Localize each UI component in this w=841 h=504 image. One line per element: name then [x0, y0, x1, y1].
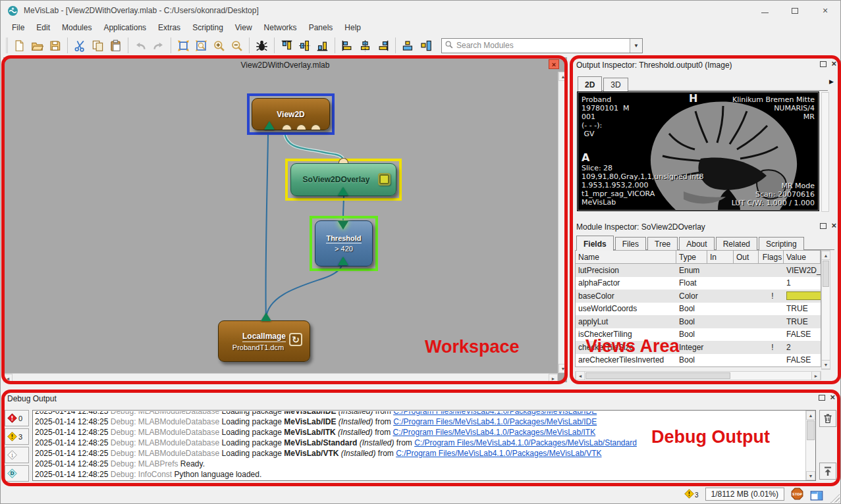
menu-help[interactable]: Help	[339, 22, 367, 34]
menu-view[interactable]: View	[229, 22, 258, 34]
scroll-down-icon[interactable]: ▼	[821, 360, 830, 369]
align-vcenter-button[interactable]	[296, 37, 313, 55]
log-link[interactable]: C:/Program Files/MeVisLab4.1.0/Packages/…	[414, 438, 637, 447]
tab-fields[interactable]: Fields	[576, 236, 614, 251]
close-button[interactable]: ×	[810, 1, 840, 20]
align-left-button[interactable]	[339, 37, 356, 55]
tab-tree[interactable]: Tree	[647, 237, 678, 251]
align-bottom-button[interactable]	[313, 37, 331, 55]
distribute-v-button[interactable]	[417, 37, 435, 55]
tab-files[interactable]: Files	[615, 237, 646, 251]
cut-button[interactable]	[71, 37, 89, 55]
menu-panels[interactable]: Panels	[303, 22, 339, 34]
search-modules-input[interactable]	[456, 41, 630, 50]
tab-related[interactable]: Related	[716, 237, 757, 251]
threshold-input-connector[interactable]	[338, 257, 348, 265]
filter-info-diamond[interactable]: i	[5, 447, 29, 463]
column-header-name[interactable]: Name	[576, 251, 676, 263]
scroll-down-icon[interactable]: ▼	[806, 471, 815, 480]
log-link[interactable]: C:/Program Files/MeVisLab4.1.0/Packages/…	[393, 428, 595, 437]
column-header-in[interactable]: In	[707, 251, 734, 263]
open-button[interactable]	[28, 37, 46, 55]
log-link[interactable]: C:/Program Files/MeVisLab4.1.0/Packages/…	[393, 411, 597, 416]
color-swatch[interactable]	[786, 291, 821, 300]
field-row-lutPrecision[interactable]: lutPrecisionEnumVIEW2D_LUT	[576, 264, 821, 277]
localimage-reload-button[interactable]: ↻	[289, 333, 302, 346]
column-header-out[interactable]: Out	[734, 251, 759, 263]
scroll-up-icon[interactable]: ▲	[806, 411, 815, 420]
tab-about[interactable]: About	[679, 237, 714, 251]
output-inspector-float-icon[interactable]	[820, 61, 827, 67]
output-inspector-close-icon[interactable]: ×	[831, 61, 836, 67]
workspace-horizontal-scrollbar[interactable]: ◄ ►	[3, 373, 558, 382]
debug-panel-float-icon[interactable]	[819, 395, 825, 401]
column-header-type[interactable]: Type	[676, 251, 707, 263]
output-inspector-scrollbar[interactable]	[821, 92, 829, 212]
log-link[interactable]: C:/Program Files/MeVisLab4.1.0/Packages/…	[396, 449, 601, 458]
align-right-button[interactable]	[374, 37, 392, 55]
scroll-right-icon[interactable]: ►	[811, 371, 821, 380]
zoom-select-button[interactable]	[192, 37, 210, 55]
menu-applications[interactable]: Applications	[97, 22, 152, 34]
column-header-flags[interactable]: Flags	[759, 251, 784, 263]
panel-toggle-button[interactable]	[810, 489, 823, 499]
fit-view-button[interactable]	[175, 37, 192, 55]
status-warning-indicator[interactable]: ! 3	[684, 489, 699, 499]
debug-panel-close-icon[interactable]: ×	[830, 394, 835, 401]
log-link[interactable]: C:/Program Files/MeVisLab4.1.0/Packages/…	[393, 417, 597, 426]
threshold-top-connector[interactable]	[338, 221, 348, 230]
scroll-up-icon[interactable]: ▲	[821, 251, 830, 260]
search-dropdown-button[interactable]: ▼	[630, 39, 642, 53]
field-row-alphaFactor[interactable]: alphaFactorFloat1	[576, 277, 821, 290]
overlay-input-connector[interactable]	[339, 158, 348, 163]
localimage-output-connector[interactable]	[261, 313, 271, 321]
field-row-useWorldCoords[interactable]: useWorldCoordsBoolTRUE	[576, 303, 821, 316]
filter-error-diamond[interactable]: !0	[5, 410, 29, 426]
field-row-applyLut[interactable]: applyLutBoolTRUE	[576, 315, 821, 328]
paste-button[interactable]	[107, 37, 124, 55]
undo-button[interactable]	[132, 37, 149, 55]
scroll-to-top-button[interactable]	[819, 463, 836, 480]
filter-warning-diamond[interactable]: !3	[5, 428, 29, 445]
zoom-in-button[interactable]	[210, 37, 228, 55]
menu-scripting[interactable]: Scripting	[186, 22, 229, 34]
tab-2d[interactable]: 2D	[578, 76, 602, 91]
menu-edit[interactable]: Edit	[30, 22, 56, 34]
zoom-out-button[interactable]	[228, 37, 246, 55]
filter-debug-diamond[interactable]: D	[5, 465, 29, 482]
maximize-button[interactable]	[780, 1, 810, 20]
column-header-value[interactable]: Value	[784, 251, 821, 263]
clear-log-button[interactable]	[819, 410, 836, 427]
module-search-combo[interactable]: ▼	[441, 38, 643, 53]
overlay-option-button[interactable]	[378, 173, 391, 186]
copy-button[interactable]	[89, 37, 107, 55]
menu-modules[interactable]: Modules	[56, 22, 97, 34]
menu-file[interactable]: File	[6, 22, 30, 34]
field-row-baseColor[interactable]: baseColorColor!	[576, 290, 821, 303]
stop-button[interactable]: STOP	[791, 488, 803, 500]
menu-networks[interactable]: Networks	[258, 22, 303, 34]
field-row-areCheckerTilesInverted[interactable]: areCheckerTilesInvertedBoolFALSE	[576, 354, 821, 367]
module-inspector-float-icon[interactable]	[820, 223, 827, 229]
minimize-button[interactable]	[749, 1, 780, 20]
fields-table-vscrollbar[interactable]: ▲ ▼	[821, 250, 830, 370]
redo-button[interactable]	[149, 37, 167, 55]
resize-grip[interactable]	[830, 493, 840, 503]
scroll-right-icon[interactable]: ►	[549, 374, 558, 382]
fields-table-hscrollbar[interactable]: ◄ ►	[575, 371, 821, 380]
network-workspace[interactable]: View2DWithOverlay.mlab × View2D SoView2D…	[3, 57, 567, 382]
view2d-connector-3[interactable]	[311, 124, 321, 130]
view2d-connector-1[interactable]	[282, 124, 292, 130]
align-top-button[interactable]	[278, 37, 296, 55]
field-row-isCheckerTiling[interactable]: isCheckerTilingBoolFALSE	[576, 328, 821, 341]
field-row-checkerTileSize[interactable]: checkerTileSizeInteger!2	[576, 341, 821, 354]
save-button[interactable]	[46, 37, 64, 55]
debug-log-scrollbar[interactable]: ▲ ▼	[805, 411, 815, 480]
debug-log[interactable]: 2025-01-14 12:48:25 Debug: MLABModuleDat…	[32, 410, 816, 481]
module-inspector-close-icon[interactable]: ×	[831, 222, 836, 229]
tab-scripting[interactable]: Scripting	[759, 237, 804, 251]
scroll-down-icon[interactable]: ▼	[558, 364, 567, 373]
tab-overflow-icon[interactable]: ▶	[829, 78, 834, 85]
scroll-left-icon[interactable]: ◄	[576, 371, 585, 380]
image-viewer-2d[interactable]: Proband19780101 M001(- - -): GV H A Slic…	[578, 92, 819, 211]
